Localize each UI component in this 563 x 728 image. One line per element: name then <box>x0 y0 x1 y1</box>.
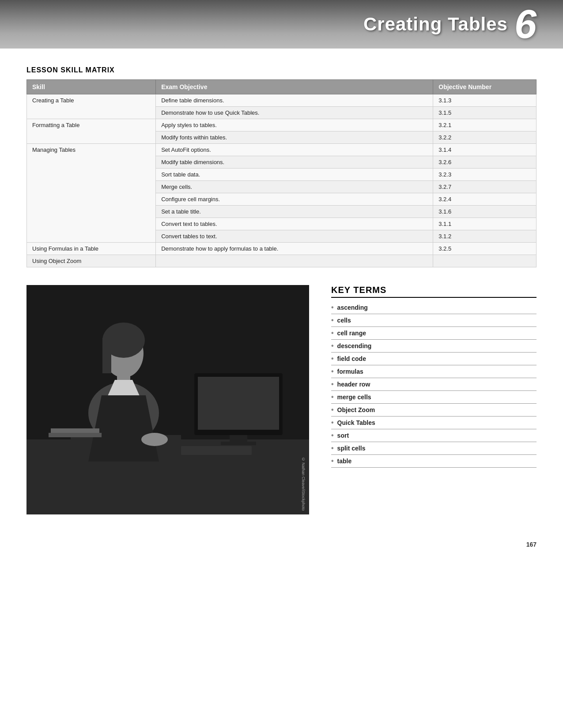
svg-rect-17 <box>51 428 99 433</box>
exam-objective-cell: Modify fonts within tables. <box>156 131 433 144</box>
chapter-number: 6 <box>514 4 537 44</box>
objective-number-cell: 3.2.2 <box>433 131 537 144</box>
key-term-bullet-icon: • <box>331 406 334 414</box>
key-term-bullet-icon: • <box>331 304 334 311</box>
objective-number-cell: 3.1.3 <box>433 94 537 107</box>
col-objective-number: Objective Number <box>433 80 537 94</box>
svg-point-15 <box>141 433 168 446</box>
key-term-text: header row <box>337 381 370 388</box>
objective-number-cell: 3.1.4 <box>433 144 537 156</box>
key-term-text: cell range <box>337 330 366 337</box>
key-terms-list: •ascending•cells•cell range•descending•f… <box>331 301 537 468</box>
key-term-text: descending <box>337 342 372 349</box>
svg-rect-10 <box>102 338 111 373</box>
skill-cell: Managing Tables <box>27 144 156 243</box>
objective-number-cell: 3.1.6 <box>433 206 537 218</box>
table-row: Using Object Zoom <box>27 255 537 267</box>
svg-rect-3 <box>198 377 279 430</box>
key-term-text: Quick Tables <box>337 419 375 426</box>
svg-rect-1 <box>26 439 309 514</box>
objective-number-cell: 3.2.1 <box>433 119 537 131</box>
key-term-item: •cell range <box>331 327 537 340</box>
svg-rect-6 <box>181 446 252 455</box>
exam-objective-cell: Set AutoFit options. <box>156 144 433 156</box>
table-header-row: Skill Exam Objective Objective Number <box>27 80 537 94</box>
key-term-text: field code <box>337 355 366 362</box>
page-number: 167 <box>526 541 537 548</box>
key-terms-section: KEY TERMS •ascending•cells•cell range•de… <box>322 285 537 468</box>
objective-number-cell: 3.1.2 <box>433 230 537 243</box>
table-row: Using Formulas in a TableDemonstrate how… <box>27 243 537 255</box>
exam-objective-cell <box>156 255 433 267</box>
key-term-text: merge cells <box>337 394 371 401</box>
key-term-item: •Object Zoom <box>331 404 537 417</box>
exam-objective-cell: Apply styles to tables. <box>156 119 433 131</box>
svg-rect-5 <box>221 442 256 445</box>
chapter-photo: © Nathan Cleave/iStockphoto <box>26 285 309 514</box>
objective-number-cell: 3.2.3 <box>433 169 537 181</box>
key-term-item: •merge cells <box>331 391 537 404</box>
objective-number-cell: 3.1.1 <box>433 218 537 230</box>
key-term-text: split cells <box>337 445 366 452</box>
objective-number-cell <box>433 255 537 267</box>
exam-objective-cell: Demonstrate how to apply formulas to a t… <box>156 243 433 255</box>
key-term-text: sort <box>337 432 349 439</box>
table-row: Managing TablesSet AutoFit options.3.1.4 <box>27 144 537 156</box>
key-term-item: •ascending <box>331 301 537 314</box>
key-term-item: •descending <box>331 340 537 353</box>
objective-number-cell: 3.1.5 <box>433 107 537 119</box>
key-term-item: •Quick Tables <box>331 417 537 429</box>
key-term-item: •field code <box>331 353 537 365</box>
table-row: Formatting a TableApply styles to tables… <box>27 119 537 131</box>
bottom-section: © Nathan Cleave/iStockphoto KEY TERMS •a… <box>26 285 537 514</box>
skill-cell: Creating a Table <box>27 94 156 119</box>
page-number-area: 167 <box>0 541 563 548</box>
key-term-bullet-icon: • <box>331 368 334 375</box>
key-term-text: ascending <box>337 304 368 311</box>
table-row: Creating a TableDefine table dimensions.… <box>27 94 537 107</box>
exam-objective-cell: Merge cells. <box>156 181 433 193</box>
key-term-bullet-icon: • <box>331 393 334 401</box>
key-term-item: •cells <box>331 314 537 327</box>
key-terms-title: KEY TERMS <box>331 285 537 298</box>
svg-rect-16 <box>49 433 102 437</box>
main-content: LESSON SKILL MATRIX Skill Exam Objective… <box>0 49 563 528</box>
lesson-skill-matrix-section: LESSON SKILL MATRIX Skill Exam Objective… <box>26 66 537 267</box>
exam-objective-cell: Convert text to tables. <box>156 218 433 230</box>
skill-matrix-table: Skill Exam Objective Objective Number Cr… <box>26 79 537 267</box>
exam-objective-cell: Demonstrate how to use Quick Tables. <box>156 107 433 119</box>
exam-objective-cell: Set a table title. <box>156 206 433 218</box>
key-term-bullet-icon: • <box>331 419 334 427</box>
key-term-bullet-icon: • <box>331 316 334 324</box>
key-term-item: •table <box>331 455 537 468</box>
key-term-bullet-icon: • <box>331 432 334 439</box>
key-term-bullet-icon: • <box>331 329 334 337</box>
skill-cell: Using Object Zoom <box>27 255 156 267</box>
key-term-text: formulas <box>337 368 363 375</box>
key-term-item: •formulas <box>331 365 537 378</box>
photo-silhouette <box>26 285 309 514</box>
exam-objective-cell: Configure cell margins. <box>156 193 433 206</box>
key-term-text: Object Zoom <box>337 406 375 413</box>
key-term-bullet-icon: • <box>331 355 334 363</box>
skill-cell: Formatting a Table <box>27 119 156 144</box>
col-skill: Skill <box>27 80 156 94</box>
section-title: LESSON SKILL MATRIX <box>26 66 537 74</box>
objective-number-cell: 3.2.4 <box>433 193 537 206</box>
key-term-item: •sort <box>331 429 537 442</box>
objective-number-cell: 3.2.7 <box>433 181 537 193</box>
key-term-bullet-icon: • <box>331 457 334 465</box>
key-term-text: table <box>337 458 352 465</box>
objective-number-cell: 3.2.5 <box>433 243 537 255</box>
exam-objective-cell: Define table dimensions. <box>156 94 433 107</box>
objective-number-cell: 3.2.6 <box>433 156 537 169</box>
photo-caption: © Nathan Cleave/iStockphoto <box>301 457 306 511</box>
key-term-item: •split cells <box>331 442 537 455</box>
chapter-title: Creating Tables <box>363 14 508 35</box>
key-term-bullet-icon: • <box>331 380 334 388</box>
key-term-item: •header row <box>331 378 537 391</box>
key-term-bullet-icon: • <box>331 342 334 350</box>
skill-cell: Using Formulas in a Table <box>27 243 156 255</box>
key-term-text: cells <box>337 317 351 324</box>
exam-objective-cell: Modify table dimensions. <box>156 156 433 169</box>
